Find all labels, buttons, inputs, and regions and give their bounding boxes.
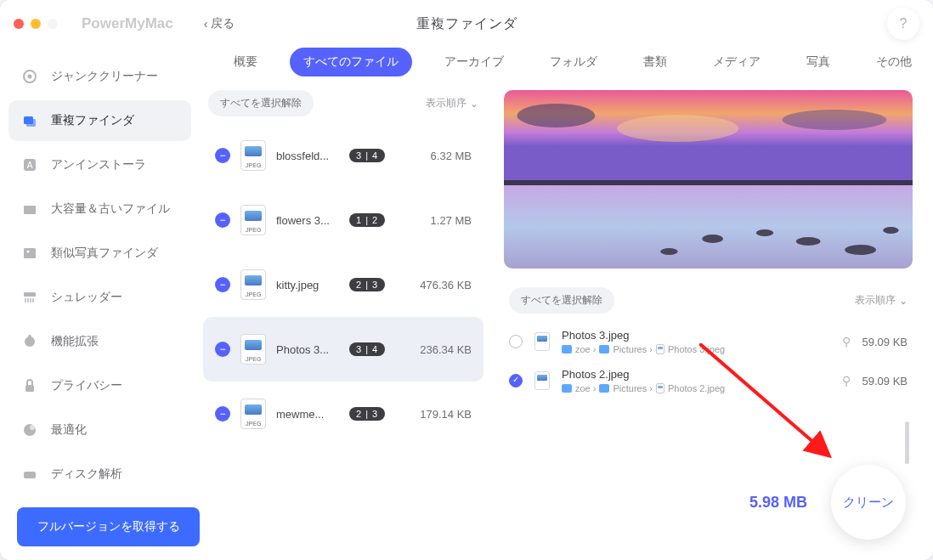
svg-point-8 [27, 251, 30, 253]
sort-label: 表示順序 [855, 293, 896, 308]
count-badge: 2 | 3 [349, 407, 385, 421]
svg-rect-21 [504, 180, 913, 185]
file-icon [656, 383, 664, 393]
count-badge: 3 | 4 [349, 149, 385, 162]
chevron-down-icon: ⌄ [899, 295, 908, 307]
tab-all-files[interactable]: すべてのファイル [290, 48, 412, 76]
sidebar-item-privacy[interactable]: プライバシー [8, 365, 191, 406]
close-window-button[interactable] [14, 19, 24, 29]
svg-point-23 [756, 229, 773, 236]
svg-point-20 [782, 110, 886, 130]
file-size: 476.36 KB [420, 279, 472, 291]
detail-file-name: Photos 3.jpeg [562, 329, 825, 342]
count-badge: 1 | 2 [349, 213, 385, 227]
sidebar-item-label: 最適化 [51, 422, 87, 438]
file-icon [656, 344, 664, 354]
svg-rect-9 [24, 292, 36, 297]
shredder-icon [20, 288, 39, 307]
file-size: 236.34 KB [420, 343, 472, 356]
svg-rect-17 [504, 184, 913, 269]
svg-text:A: A [27, 161, 33, 170]
jpeg-file-icon: JPEG [240, 399, 266, 429]
sidebar-item-similar-photos[interactable]: 類似写真ファインダ [8, 233, 191, 274]
file-size: 6.32 MB [431, 150, 472, 162]
tab-other[interactable]: その他 [862, 48, 925, 76]
sidebar-item-disk[interactable]: ディスク解析 [8, 454, 191, 495]
tab-archives[interactable]: アーカイブ [431, 48, 517, 76]
zoom-window-button[interactable] [48, 19, 58, 29]
jpeg-file-icon: JPEG [240, 205, 266, 235]
sidebar-item-junk[interactable]: ジャンククリーナー [8, 56, 191, 97]
checkbox[interactable] [509, 335, 523, 348]
scrollbar[interactable] [905, 421, 909, 464]
sidebar-item-label: プライバシー [51, 378, 122, 393]
sidebar-item-extensions[interactable]: 機能拡張 [8, 321, 191, 362]
svg-point-24 [796, 237, 821, 246]
page-title: 重複ファインダ [416, 15, 517, 33]
globe-icon [20, 421, 39, 439]
count-badge: 2 | 3 [349, 278, 385, 291]
tab-media[interactable]: メディア [699, 48, 774, 76]
sidebar-item-duplicate[interactable]: 重複ファインダ [8, 100, 191, 141]
sidebar-item-label: ジャンククリーナー [51, 69, 158, 84]
deselect-all-button[interactable]: すべてを選択解除 [208, 90, 314, 116]
sidebar-item-uninstall[interactable]: A アンインストーラ [8, 144, 191, 185]
minus-icon[interactable]: − [215, 277, 230, 292]
back-label: 戻る [211, 16, 235, 31]
detail-panel: すべてを選択解除 表示順序 ⌄ Photos 3.jpeg zoe › Pict… [504, 90, 913, 546]
file-name: blossfeld... [276, 150, 339, 162]
tab-photos[interactable]: 写真 [793, 48, 844, 76]
list-row[interactable]: − JPEG blossfeld... 3 | 4 6.32 MB [203, 123, 483, 188]
svg-rect-7 [24, 248, 36, 258]
file-size: 179.14 KB [420, 408, 472, 421]
app-icon: A [20, 156, 39, 174]
count-badge: 3 | 4 [349, 342, 385, 356]
jpeg-file-icon [534, 371, 550, 390]
help-button[interactable]: ? [887, 8, 919, 40]
tabs-bar: 概要 すべてのファイル アーカイブ フォルダ 書類 メディア 写真 その他 選択… [200, 48, 933, 90]
checkbox[interactable] [509, 374, 523, 387]
svg-point-1 [28, 75, 32, 79]
sidebar-item-label: 大容量＆古いファイル [51, 201, 170, 217]
jpeg-file-icon: JPEG [240, 269, 266, 300]
jpeg-file-icon: JPEG [240, 140, 266, 171]
detail-row[interactable]: Photos 3.jpeg zoe › Pictures › Photos 3.… [504, 322, 913, 361]
tab-folders[interactable]: フォルダ [536, 48, 611, 76]
folder-icon [562, 345, 572, 354]
jpeg-file-icon [534, 332, 550, 351]
detail-deselect-all-button[interactable]: すべてを選択解除 [509, 287, 614, 314]
jpeg-file-icon: JPEG [240, 334, 266, 365]
minus-icon[interactable]: − [215, 148, 230, 163]
svg-point-19 [617, 115, 738, 142]
sidebar-item-label: 重複ファインダ [51, 113, 134, 128]
minus-icon[interactable]: − [215, 342, 230, 357]
magnifier-icon[interactable]: ⚲ [842, 335, 851, 348]
svg-rect-12 [25, 385, 34, 392]
sidebar-item-label: 機能拡張 [51, 334, 99, 349]
clean-button[interactable]: クリーン [831, 465, 906, 540]
chevron-left-icon: ‹ [204, 17, 208, 31]
minus-icon[interactable]: − [215, 406, 230, 421]
sidebar-item-large-files[interactable]: 大容量＆古いファイル [8, 189, 191, 229]
detail-file-size: 59.09 KB [862, 336, 908, 348]
minimize-window-button[interactable] [31, 19, 41, 29]
detail-row[interactable]: Photos 2.jpeg zoe › Pictures › Photos 2.… [504, 361, 913, 400]
sort-dropdown[interactable]: 表示順序 ⌄ [426, 96, 478, 110]
list-row[interactable]: − JPEG mewme... 2 | 3 179.14 KB [203, 382, 483, 446]
svg-rect-6 [24, 206, 36, 214]
detail-sort-dropdown[interactable]: 表示順序 ⌄ [855, 293, 908, 308]
magnifier-icon[interactable]: ⚲ [842, 374, 851, 387]
upgrade-button[interactable]: フルバージョンを取得する [17, 507, 200, 546]
sidebar-item-optimize[interactable]: 最適化 [8, 410, 191, 450]
sidebar-item-shredder[interactable]: シュレッダー [8, 277, 191, 318]
tab-overview[interactable]: 概要 [220, 48, 271, 76]
minus-icon[interactable]: − [215, 212, 230, 228]
list-row[interactable]: − JPEG kitty.jpeg 2 | 3 476.36 KB [203, 252, 483, 317]
puzzle-icon [20, 332, 39, 351]
svg-point-27 [660, 248, 677, 255]
tab-documents[interactable]: 書類 [630, 48, 681, 76]
folder-icon [562, 384, 572, 393]
list-row[interactable]: − JPEG Photos 3... 3 | 4 236.34 KB [203, 317, 483, 382]
list-row[interactable]: − JPEG flowers 3... 1 | 2 1.27 MB [203, 188, 483, 252]
back-button[interactable]: ‹ 戻る [204, 16, 235, 31]
